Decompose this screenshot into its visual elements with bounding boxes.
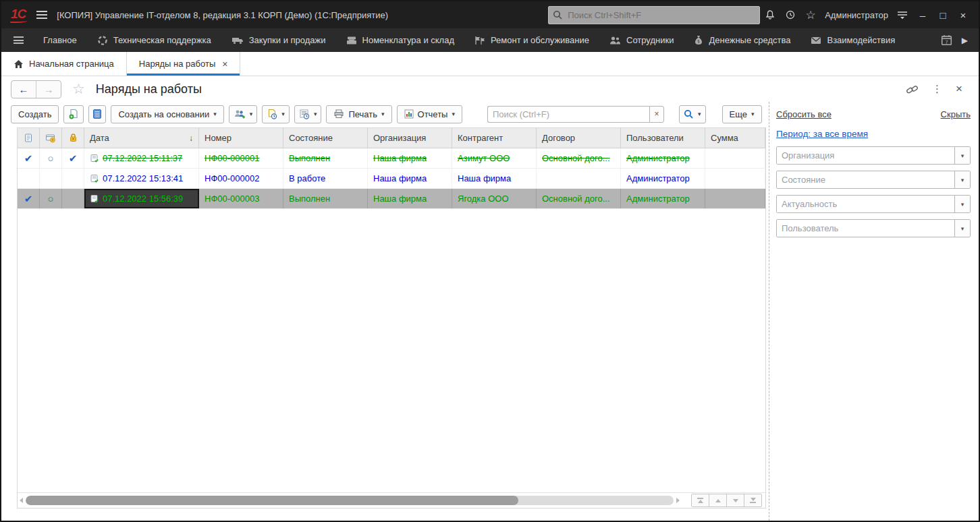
header-payment-icon[interactable] <box>40 128 62 148</box>
table-row[interactable]: ✔ ○ 07.12.2022 15:56:39 НФ00-000003 Выпо… <box>18 189 765 209</box>
cell-sum[interactable] <box>705 169 765 188</box>
column-contract[interactable]: Договор <box>537 128 621 148</box>
cell-date[interactable]: 07.12.2022 15:13:41 <box>84 169 199 188</box>
history-icon[interactable] <box>780 5 800 24</box>
cell-date[interactable]: 07.12.2022 15:11:37 <box>84 148 199 168</box>
filter-actuality-input[interactable] <box>777 196 954 212</box>
copy-button[interactable] <box>63 105 84 123</box>
add-favorite-star-icon[interactable]: ☆ <box>72 81 85 97</box>
section-repair-service[interactable]: Ремонт и обслуживание <box>464 28 599 52</box>
cell-contract[interactable]: Основной дого... <box>537 148 621 168</box>
calendar-icon[interactable]: 7 <box>941 34 952 46</box>
column-date[interactable]: Дата↓ <box>84 128 199 148</box>
scrollbar-thumb[interactable] <box>26 496 518 505</box>
current-user[interactable]: Администратор <box>825 10 888 20</box>
service-menu-icon[interactable] <box>892 5 913 24</box>
cell-organization[interactable]: Наша фирма <box>368 148 452 168</box>
tab-close-icon[interactable]: × <box>222 59 227 69</box>
global-search[interactable] <box>548 6 760 24</box>
section-purchases-sales[interactable]: Закупки и продажи <box>221 28 336 52</box>
cell-state[interactable]: В работе <box>283 169 368 188</box>
cell-counterparty[interactable]: Азимут ООО <box>452 148 537 168</box>
cell-users[interactable]: Администратор <box>621 148 705 168</box>
more-menu-icon[interactable]: ⋮ <box>932 83 942 95</box>
cell-sum[interactable] <box>705 148 765 168</box>
back-button[interactable]: ← <box>11 81 36 98</box>
column-number[interactable]: Номер <box>199 128 283 148</box>
assign-users-button[interactable]: ▾ <box>229 105 258 123</box>
favorites-star-icon[interactable]: ☆ <box>800 5 821 24</box>
tab-home[interactable]: Начальная страница <box>1 52 127 76</box>
section-main[interactable]: Главное <box>33 28 87 52</box>
create-based-on-button[interactable]: Создать на основании▾ <box>111 105 223 123</box>
cell-counterparty[interactable]: Наша фирма <box>452 169 537 188</box>
cell-number[interactable]: НФ00-000003 <box>199 189 283 208</box>
column-sum[interactable]: Сумма <box>705 128 765 148</box>
cell-organization[interactable]: Наша фирма <box>368 169 452 188</box>
close-window-button[interactable]: × <box>953 5 973 24</box>
horizontal-scrollbar[interactable] <box>26 496 674 505</box>
cell-contract[interactable] <box>537 169 621 188</box>
column-state[interactable]: Состояние <box>283 128 368 148</box>
document-schedule-button[interactable]: ▾ <box>262 105 290 123</box>
tab-work-orders[interactable]: Наряды на работы × <box>127 52 241 76</box>
scroll-left-icon[interactable] <box>20 498 23 503</box>
cell-number[interactable]: НФ00-000002 <box>199 169 283 188</box>
cell-contract[interactable]: Основной дого... <box>537 189 621 208</box>
print-button[interactable]: Печать▾ <box>326 105 391 123</box>
global-search-input[interactable] <box>566 9 755 21</box>
dropdown-arrow-icon[interactable]: ▾ <box>954 220 970 237</box>
filter-organization-input[interactable] <box>777 147 954 164</box>
section-money[interactable]: Денежные средства <box>684 28 800 52</box>
maximize-button[interactable]: □ <box>933 5 953 24</box>
hide-filters-link[interactable]: Скрыть <box>941 109 971 119</box>
notifications-bell-icon[interactable] <box>760 5 780 24</box>
filter-state-input[interactable] <box>777 171 954 188</box>
ribbon-overflow-icon[interactable]: ▶ <box>962 36 968 45</box>
filter-user-input[interactable] <box>777 220 954 237</box>
get-link-icon[interactable] <box>906 84 919 95</box>
cell-state[interactable]: Выполнен <box>283 148 368 168</box>
reset-all-filters-link[interactable]: Сбросить все <box>776 109 832 119</box>
cell-date-current[interactable]: 07.12.2022 15:56:39 <box>84 189 199 208</box>
dropdown-arrow-icon[interactable]: ▾ <box>954 147 970 164</box>
table-row[interactable]: ✔ ○ ✔ 07.12.2022 15:11:37 НФ00-000001 Вы… <box>18 148 765 169</box>
list-search-input[interactable] <box>487 106 649 123</box>
period-filter-link[interactable]: Период: за все время <box>776 129 868 139</box>
cell-number[interactable]: НФ00-000001 <box>199 148 283 168</box>
section-tech-support[interactable]: Техническая поддержка <box>87 28 221 52</box>
cell-state[interactable]: Выполнен <box>283 189 368 208</box>
column-users[interactable]: Пользователи <box>621 128 705 148</box>
cell-users[interactable]: Администратор <box>621 169 705 188</box>
list-settings-button[interactable] <box>88 105 106 123</box>
go-last-row-button[interactable] <box>744 494 761 506</box>
scroll-right-icon[interactable] <box>676 498 680 503</box>
minimize-button[interactable]: – <box>913 5 933 24</box>
cell-organization[interactable]: Наша фирма <box>368 189 452 208</box>
next-row-button[interactable] <box>727 494 744 506</box>
cell-sum[interactable] <box>705 189 765 208</box>
go-first-row-button[interactable] <box>692 494 709 506</box>
advanced-search-button[interactable]: ▾ <box>679 105 706 123</box>
dropdown-arrow-icon[interactable]: ▾ <box>954 171 970 188</box>
journal-schedule-button[interactable]: ▾ <box>294 105 322 123</box>
clear-search-icon[interactable]: × <box>649 106 664 123</box>
cell-counterparty[interactable]: Ягодка ООО <box>452 189 537 208</box>
previous-row-button[interactable] <box>709 494 727 506</box>
create-button[interactable]: Создать <box>11 105 59 123</box>
section-interactions[interactable]: Взаимодействия <box>800 28 905 52</box>
sections-menu-icon[interactable] <box>13 36 24 44</box>
section-nomenclature-warehouse[interactable]: Номенклатура и склад <box>336 28 464 52</box>
column-organization[interactable]: Организация <box>368 128 452 148</box>
table-row[interactable]: 07.12.2022 15:13:41 НФ00-000002 В работе… <box>18 169 765 189</box>
more-button[interactable]: Еще▾ <box>722 105 762 123</box>
column-counterparty[interactable]: Контрагент <box>452 128 537 148</box>
header-posted-icon[interactable] <box>18 128 40 148</box>
dropdown-arrow-icon[interactable]: ▾ <box>954 196 970 212</box>
section-employees[interactable]: Сотрудники <box>599 28 684 52</box>
cell-users[interactable]: Администратор <box>621 189 705 208</box>
reports-button[interactable]: Отчеты▾ <box>397 105 462 123</box>
close-form-icon[interactable]: × <box>956 82 962 96</box>
main-menu-icon[interactable] <box>36 11 47 19</box>
forward-button[interactable]: → <box>36 81 61 98</box>
